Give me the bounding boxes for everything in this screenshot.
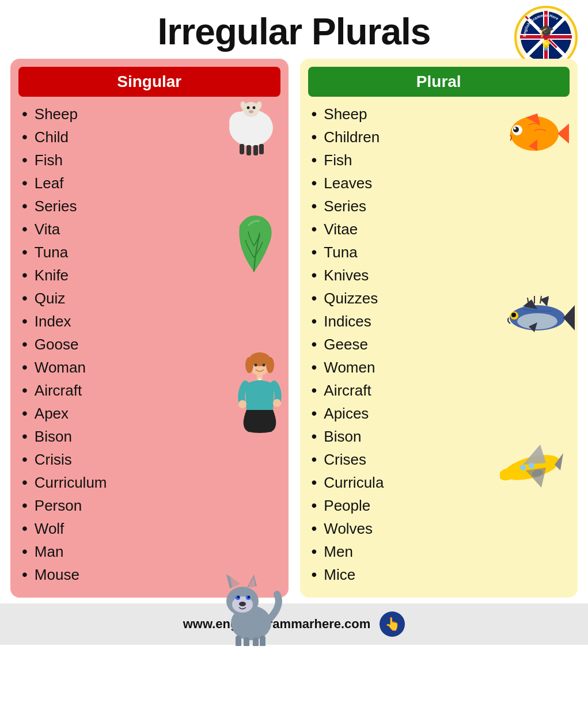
leaf-icon <box>231 208 277 284</box>
svg-rect-48 <box>244 637 249 646</box>
svg-marker-52 <box>557 121 569 146</box>
svg-point-34 <box>273 399 281 407</box>
svg-point-18 <box>249 111 253 113</box>
plural-word: Knives <box>312 264 572 287</box>
svg-rect-50 <box>260 636 265 646</box>
svg-point-14 <box>252 113 271 133</box>
singular-list: SheepChildFishLeafSeriesVitaTunaKnifeQui… <box>10 102 289 586</box>
plural-word: People <box>312 494 572 517</box>
svg-rect-24 <box>259 144 264 154</box>
svg-point-16 <box>246 107 249 109</box>
svg-rect-49 <box>253 637 259 646</box>
singular-word: Index <box>22 310 283 333</box>
svg-marker-40 <box>248 577 255 587</box>
svg-point-17 <box>252 107 255 109</box>
singular-word: Leaf <box>22 172 283 195</box>
singular-column: Singular <box>10 59 289 598</box>
svg-text:💡: 💡 <box>540 39 553 52</box>
plural-header: Plural <box>308 67 570 97</box>
logo-inner: 🎓 💡 English Grammar Here <box>520 11 572 64</box>
svg-point-33 <box>238 400 246 408</box>
svg-point-27 <box>245 357 253 373</box>
header: Irregular Plurals 🎓 💡 Englis <box>0 0 588 59</box>
svg-rect-47 <box>236 636 241 646</box>
tuna-icon <box>506 289 575 347</box>
svg-point-59 <box>517 313 557 329</box>
svg-text:🎓: 🎓 <box>538 23 555 39</box>
footer: www.englishgrammarhere.com 👆 <box>0 603 588 645</box>
svg-point-44 <box>237 596 240 598</box>
svg-marker-68 <box>523 444 546 465</box>
page-title: Irregular Plurals <box>0 10 588 53</box>
singular-word: Quiz <box>22 287 283 310</box>
plural-word: Vitae <box>312 218 572 241</box>
sheep-icon <box>222 93 280 163</box>
svg-rect-21 <box>240 144 244 154</box>
singular-header: Singular <box>18 67 280 97</box>
svg-point-28 <box>266 357 274 373</box>
svg-point-65 <box>511 313 516 317</box>
hand-icon: 👆 <box>380 611 405 637</box>
plural-word: Aircraft <box>312 379 572 402</box>
plural-word: Series <box>312 195 572 218</box>
svg-point-46 <box>239 602 246 606</box>
plural-word: Men <box>312 540 572 563</box>
svg-point-57 <box>514 127 516 130</box>
fish-icon <box>506 105 569 163</box>
plural-word: Women <box>312 356 572 379</box>
woman-icon <box>234 352 286 439</box>
singular-word: Crisis <box>22 448 283 471</box>
svg-point-29 <box>254 364 257 367</box>
plural-word: Leaves <box>312 172 572 195</box>
plural-column: Plural <box>300 59 578 598</box>
singular-word: Wolf <box>22 517 283 540</box>
svg-point-56 <box>513 127 519 132</box>
plural-word: Tuna <box>312 241 572 264</box>
svg-point-30 <box>262 364 265 367</box>
content-area: Singular <box>0 59 588 603</box>
singular-word: Man <box>22 540 283 563</box>
plural-word: Mice <box>312 563 572 586</box>
plural-word: Wolves <box>312 517 572 540</box>
plural-word: Apices <box>312 402 572 425</box>
svg-marker-60 <box>563 305 575 330</box>
wolf-icon <box>219 571 283 652</box>
svg-point-45 <box>248 596 250 598</box>
singular-word: Curriculum <box>22 471 283 494</box>
svg-rect-23 <box>253 145 258 155</box>
svg-rect-22 <box>246 145 251 155</box>
singular-word: Person <box>22 494 283 517</box>
plane-icon <box>500 433 569 497</box>
